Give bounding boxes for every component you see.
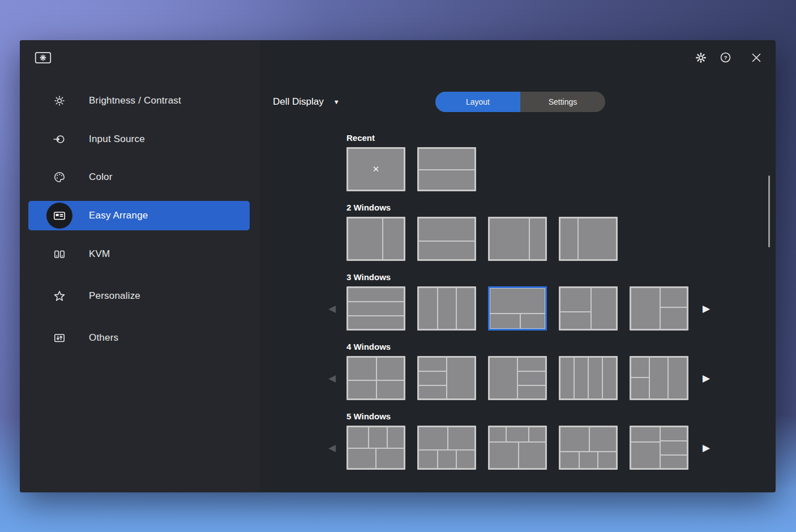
layout-thumbnail-top-two-short-bottom-three[interactable] <box>559 426 618 470</box>
layout-cell <box>631 427 660 441</box>
section-title: 4 Windows <box>346 342 688 351</box>
help-icon: ? <box>719 51 732 66</box>
layout-thumbnail-split-71-29[interactable] <box>488 217 547 261</box>
layout-cell <box>490 443 518 468</box>
layout-thumbnail-short-top-three-bottom-two[interactable] <box>488 426 547 470</box>
sidebar-item-brightness-contrast[interactable]: Brightness / Contrast <box>20 86 260 115</box>
layout-cell <box>419 218 474 241</box>
section-3-windows: 3 Windows◀▶ <box>346 272 688 331</box>
layout-cell <box>438 451 456 468</box>
layout-cell <box>388 427 404 448</box>
sidebar-item-label: Brightness / Contrast <box>89 95 181 106</box>
sidebar-item-easy-arrange[interactable]: Easy Arrange <box>28 201 250 230</box>
layout-thumbnail-two-rows[interactable] <box>417 147 476 191</box>
layout-thumbnail-none-x[interactable]: ✕ <box>346 147 405 191</box>
prev-layouts-icon[interactable]: ◀ <box>328 374 336 383</box>
layout-cell <box>490 314 520 328</box>
layout-thumbnail-left-three-right-tall[interactable] <box>417 356 476 400</box>
layout-cell <box>348 381 376 398</box>
layout-cell <box>419 170 474 190</box>
layout-cell <box>560 288 590 311</box>
layout-cell <box>490 358 517 398</box>
sidebar-item-input-source[interactable]: Input Source <box>20 125 260 154</box>
layout-thumbnail-left-stack-two-columns[interactable] <box>630 356 688 400</box>
layout-cell <box>457 451 474 468</box>
layout-cell <box>529 427 545 441</box>
scrollbar-thumb[interactable] <box>768 175 770 247</box>
close-button[interactable] <box>748 50 764 66</box>
layout-thumbnail-top-wide-bottom-two[interactable] <box>488 286 547 331</box>
next-layouts-icon[interactable]: ▶ <box>703 304 710 314</box>
close-icon <box>750 52 763 66</box>
layout-cell <box>348 288 404 301</box>
sidebar-item-label: Personalize <box>89 290 140 302</box>
layout-thumbnail-quad-grid[interactable] <box>346 356 405 400</box>
layout-cell <box>348 449 375 468</box>
layout-thumbnail-left-tall-right-stack[interactable] <box>630 286 688 331</box>
layout-thumbnail-split-62-38[interactable] <box>346 217 405 261</box>
layout-cell <box>419 358 446 371</box>
layout-thumbnail-left-stack-right-tall[interactable] <box>559 286 618 331</box>
layout-cell <box>519 443 545 468</box>
layout-thumbnail-top-two-bottom-three[interactable] <box>417 426 476 470</box>
layout-cell <box>661 456 687 468</box>
dell-display-manager-window: Brightness / ContrastInput SourceColorEa… <box>20 40 776 492</box>
prev-layouts-icon[interactable]: ◀ <box>328 304 336 314</box>
sidebar-item-personalize[interactable]: Personalize <box>20 281 260 311</box>
layout-thumbnail-three-rows[interactable] <box>346 286 405 331</box>
remove-layout-icon: ✕ <box>348 148 404 190</box>
kvm-icon <box>52 247 67 261</box>
layout-thumbnail-four-columns[interactable] <box>559 356 618 400</box>
layout-cell <box>579 218 616 259</box>
layout-cell <box>348 316 404 329</box>
layout-cell <box>598 452 616 468</box>
dropdown-arrow-icon: ▼ <box>333 99 340 105</box>
layout-cell <box>669 358 687 398</box>
tab-settings[interactable]: Settings <box>520 92 605 112</box>
prev-layouts-icon[interactable]: ◀ <box>328 443 336 453</box>
layout-cell <box>348 358 376 380</box>
layout-cell <box>661 288 687 307</box>
easy-arrange-icon <box>46 203 72 229</box>
settings-button[interactable] <box>693 50 709 66</box>
sidebar-item-others[interactable]: Others <box>20 323 260 353</box>
brightness-icon <box>52 94 67 108</box>
sidebar-item-color[interactable]: Color <box>20 162 260 192</box>
layout-thumbnail-left-stack-right-three[interactable] <box>630 426 688 470</box>
layout-cell <box>661 308 687 329</box>
next-layouts-icon[interactable]: ▶ <box>703 443 710 453</box>
sidebar-item-kvm[interactable]: KVM <box>20 239 260 269</box>
layout-row: ◀▶ <box>346 286 688 331</box>
layout-thumbnail-rows-55-45[interactable] <box>417 217 476 261</box>
layout-settings-tabs: LayoutSettings <box>435 92 605 112</box>
layout-cell <box>377 358 404 380</box>
sidebar-item-label: Color <box>89 171 113 183</box>
layout-thumbnail-top-three-bottom-two[interactable] <box>346 426 405 470</box>
sidebar: Brightness / ContrastInput SourceColorEa… <box>20 40 260 492</box>
section-title: 3 Windows <box>346 272 688 282</box>
layout-thumbnail-three-columns[interactable] <box>417 286 476 331</box>
personalize-icon <box>52 289 67 303</box>
layout-row: ✕ <box>346 147 688 191</box>
tab-layout[interactable]: Layout <box>435 92 520 112</box>
sidebar-item-label: Easy Arrange <box>89 210 148 221</box>
layout-cell <box>438 288 456 329</box>
section-title: 2 Windows <box>346 203 688 212</box>
section-2-windows: 2 Windows <box>346 203 688 261</box>
layout-cell <box>369 427 387 448</box>
layout-cell <box>348 427 368 448</box>
layout-cell <box>530 218 545 259</box>
layout-cell <box>560 358 574 398</box>
help-button[interactable]: ? <box>717 50 733 66</box>
layout-row: ◀▶ <box>346 356 688 400</box>
sidebar-item-label: Input Source <box>89 134 145 145</box>
section-recent: Recent✕ <box>346 133 688 191</box>
svg-text:?: ? <box>724 54 727 61</box>
layout-thumbnail-left-tall-right-three[interactable] <box>488 356 547 400</box>
next-layouts-icon[interactable]: ▶ <box>703 374 710 383</box>
layout-cell <box>518 386 545 398</box>
input-source-icon <box>52 132 67 146</box>
layout-cell <box>383 218 404 259</box>
display-selector-dropdown[interactable]: Dell Display ▼ <box>273 96 340 108</box>
layout-thumbnail-split-32-68[interactable] <box>559 217 618 261</box>
